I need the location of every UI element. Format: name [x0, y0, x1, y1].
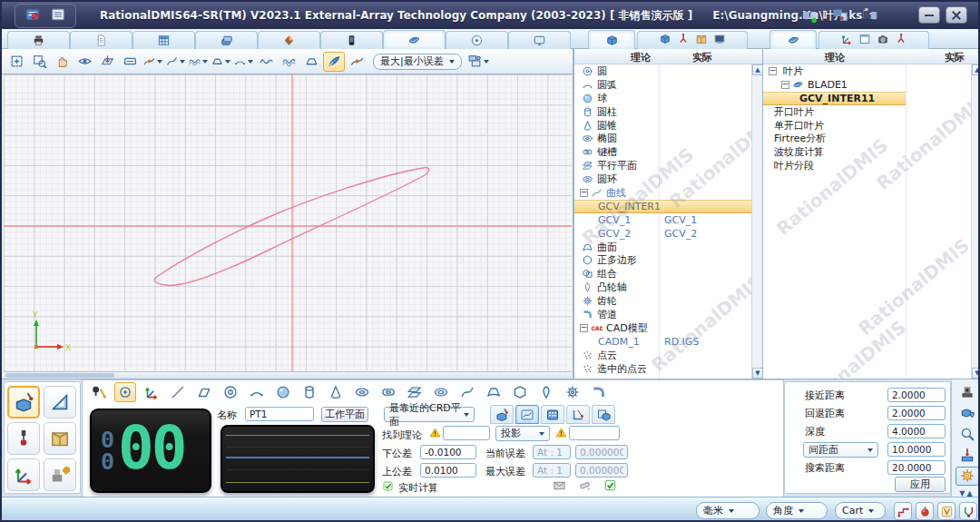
tree-item[interactable]: BLADE1	[763, 78, 971, 92]
cube-probe-view-tab[interactable]	[490, 405, 514, 424]
cylinder-feature-button[interactable]	[299, 382, 320, 402]
tree-item[interactable]: 曲面	[574, 241, 751, 254]
tree-item[interactable]: Firtree分析	[763, 132, 971, 145]
monitor-calc-button[interactable]	[831, 6, 848, 26]
realtime-calc-checkbox[interactable]: 实时计算	[382, 480, 438, 495]
wave-button[interactable]	[278, 52, 299, 72]
search-strip-button[interactable]	[956, 424, 979, 443]
tree-item[interactable]: 圆柱	[574, 105, 751, 119]
collapse-icon[interactable]	[781, 81, 789, 89]
zoom-region-button[interactable]	[28, 52, 50, 72]
tree-item[interactable]: 圆	[574, 64, 751, 78]
tree-item[interactable]: GCV_1GCV_1	[574, 213, 751, 227]
point-feature-button[interactable]	[114, 382, 136, 402]
camshaft-feature-button[interactable]	[535, 382, 557, 402]
scroll-thumb[interactable]	[5, 373, 114, 378]
axes-xyz-feature-button[interactable]	[141, 382, 162, 402]
tree-item[interactable]: 球	[574, 92, 751, 105]
angle-dropdown[interactable]: 角度	[766, 502, 828, 519]
curve-feature-button[interactable]	[456, 382, 478, 402]
wave2-button[interactable]	[255, 52, 277, 72]
collapse-icon[interactable]	[769, 67, 777, 75]
surface-feature-button[interactable]	[483, 382, 505, 402]
parallel-planes-feature-button[interactable]	[404, 382, 426, 402]
upper-tolerance-input[interactable]	[420, 463, 476, 478]
app-menu-group[interactable]	[15, 4, 76, 28]
cube-probe-dock-button[interactable]	[7, 386, 40, 419]
eraser-button[interactable]	[578, 478, 592, 495]
collapse-icon[interactable]	[580, 324, 588, 332]
tree-item[interactable]: 圆环	[574, 172, 751, 186]
keypad-view-tab[interactable]	[541, 405, 564, 424]
app-logo-button[interactable]	[24, 6, 41, 25]
tree-item[interactable]: 圆锥	[574, 119, 751, 133]
controllers-button[interactable]	[801, 6, 818, 26]
scroll-up-icon[interactable]: ▲	[752, 64, 762, 75]
pan-hand-button[interactable]	[51, 52, 73, 72]
machine-link-button[interactable]	[861, 6, 878, 26]
error-mode-dropdown[interactable]: 最大|最小误差	[373, 54, 462, 70]
actual-column-header[interactable]: 实际	[945, 51, 965, 64]
tree-item[interactable]: 叶片	[763, 64, 971, 78]
cube-shield-strip-button[interactable]	[956, 403, 979, 422]
theory-column-header[interactable]: 理论	[631, 51, 651, 64]
machine-tools-dock-button[interactable]	[44, 458, 76, 491]
envelope-button[interactable]	[553, 478, 566, 495]
tree-item[interactable]: 椭圆	[574, 132, 751, 145]
param-input-3[interactable]	[887, 442, 946, 457]
feature-name-input[interactable]	[245, 407, 314, 421]
tree-item[interactable]: 点云	[574, 349, 751, 362]
feature-tree-scrollbar[interactable]: ▲ ▼	[751, 64, 762, 379]
window-pane-tab-button[interactable]	[858, 33, 871, 48]
ball-tool-status-button[interactable]	[916, 502, 934, 520]
tree-item[interactable]: 选中的点云	[574, 362, 751, 376]
tree-item[interactable]: GCV_INTER1	[574, 200, 751, 213]
scroll-down-icon[interactable]: ▼	[752, 368, 762, 379]
tab-diamond[interactable]	[258, 31, 320, 49]
sphere-feature-button[interactable]	[272, 382, 294, 402]
tree-item[interactable]: 正多边形	[574, 253, 751, 267]
workplane-sel-button[interactable]	[96, 52, 118, 72]
close-button[interactable]	[946, 6, 967, 24]
tab-layers[interactable]	[195, 31, 258, 49]
probe-group-feature-button[interactable]	[88, 382, 110, 402]
tree-item[interactable]: 叶片分段	[763, 159, 971, 172]
cube-window-view-tab[interactable]	[592, 405, 615, 424]
pen-curve-button[interactable]	[323, 52, 345, 72]
tree-item[interactable]: 开口叶片	[763, 105, 971, 119]
cube-tab-button[interactable]	[659, 33, 671, 48]
tab-device[interactable]	[320, 31, 383, 49]
view-layout-button[interactable]: D	[467, 54, 489, 69]
canvas-horizontal-scrollbar[interactable]	[4, 371, 572, 379]
view-eye-button[interactable]	[74, 52, 95, 72]
merge-tool-status-button[interactable]	[959, 502, 977, 520]
checkbox-checked-button[interactable]	[603, 478, 617, 495]
arc-button[interactable]	[232, 52, 254, 72]
tab-feature-tools[interactable]	[637, 31, 748, 49]
slot-feature-button[interactable]	[377, 382, 399, 402]
blade-tree-scrollbar[interactable]: ▲ ▼	[971, 64, 980, 379]
trapezoid-button[interactable]	[210, 52, 231, 72]
path-route-status-button[interactable]	[894, 502, 912, 520]
arc-feature-button[interactable]	[246, 382, 268, 402]
curve-probe-button[interactable]	[142, 52, 163, 72]
theory-column-header[interactable]: 理论	[825, 51, 845, 64]
tag-button[interactable]	[119, 52, 141, 72]
tab-disc[interactable]	[446, 31, 508, 49]
units-dropdown[interactable]: 毫米	[696, 502, 760, 519]
tree-item[interactable]: GCV_INTER11	[763, 92, 906, 105]
crate-tab-button[interactable]	[695, 33, 708, 48]
scroll-down-icon[interactable]: ▼	[972, 368, 980, 379]
crd-plane-dropdown[interactable]: 最靠近的CRD平面	[384, 407, 475, 422]
trapezoid-button[interactable]	[300, 52, 322, 72]
axes-xyz-tab-button[interactable]	[840, 33, 853, 48]
tree-item[interactable]: 单开口叶片	[763, 119, 971, 133]
menu-list-button[interactable]	[50, 6, 66, 25]
tab-shell[interactable]	[383, 30, 446, 49]
circle-feature-button[interactable]	[220, 382, 241, 402]
ellipse-feature-button[interactable]	[351, 382, 373, 402]
tree-item[interactable]: 波纹度计算	[763, 145, 971, 159]
machine-strip-button[interactable]	[956, 382, 979, 401]
workplane-button[interactable]: 工作平面	[321, 407, 368, 422]
probe-cube-strip-button[interactable]	[956, 446, 979, 465]
